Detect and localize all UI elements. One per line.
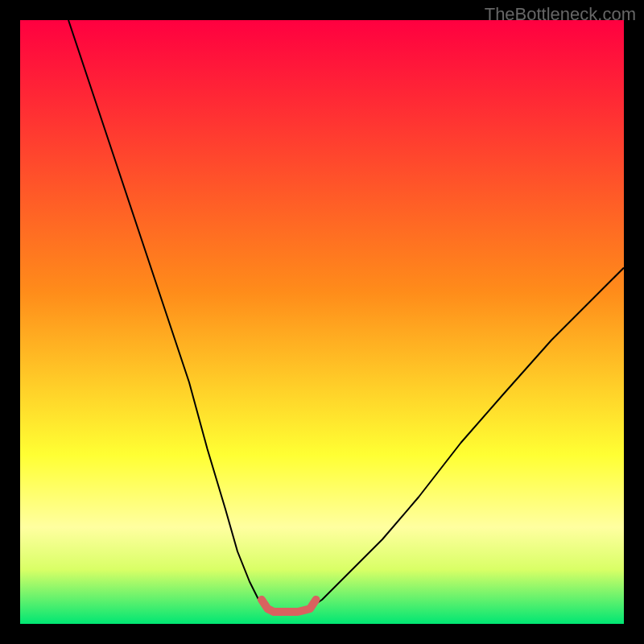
chart-svg (20, 20, 624, 624)
watermark-text: TheBottleneck.com (485, 4, 636, 25)
chart-area (20, 20, 624, 624)
gradient-background (20, 20, 624, 624)
